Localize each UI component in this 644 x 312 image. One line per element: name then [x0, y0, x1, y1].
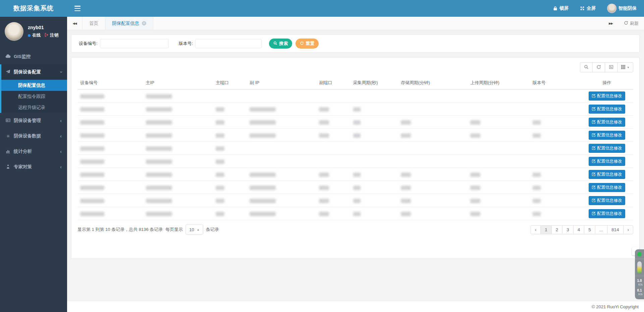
fullscreen-button[interactable]: 全屏	[580, 5, 596, 11]
edit-config-button[interactable]: 配置信息修改	[589, 183, 625, 192]
toolbar-columns-button[interactable]: ▼	[617, 62, 633, 72]
page-next-button[interactable]: ›	[623, 225, 634, 234]
search-button[interactable]: 搜索	[269, 39, 292, 49]
table-cell-redacted	[530, 207, 581, 220]
lock-icon	[553, 6, 557, 11]
table-cell-redacted	[468, 194, 530, 207]
redacted-value	[401, 173, 411, 177]
table-cell-redacted	[468, 129, 530, 142]
table-cell-redacted	[247, 142, 316, 155]
sidebar-item-remote-upgrade[interactable]: 远程升级记录	[1, 102, 67, 113]
edit-config-button[interactable]: 配置信息修改	[589, 209, 625, 218]
list-icon: ≡	[5, 134, 11, 138]
table-cell-redacted	[143, 89, 213, 103]
page-size-select[interactable]: 10 ▲	[185, 225, 203, 235]
chevron-left-icon: ‹	[60, 164, 62, 170]
sidebar-item-device-manage[interactable]: 阴保设备管理 ‹	[0, 113, 67, 128]
lock-screen-button[interactable]: 锁屏	[553, 5, 569, 11]
tab-refresh-button[interactable]: 刷新	[619, 17, 644, 30]
table-cell-redacted	[77, 168, 143, 181]
table-cell-redacted	[213, 181, 247, 194]
sidebar-item-device-config[interactable]: 阴保设备配置 ‹	[1, 64, 67, 80]
table-cell-redacted	[398, 181, 468, 194]
tab-home[interactable]: 首页	[83, 17, 105, 30]
edit-config-button[interactable]: 配置信息修改	[589, 118, 625, 127]
edit-config-button[interactable]: 配置信息修改	[589, 105, 625, 114]
table-cell-redacted	[247, 89, 316, 103]
redacted-value	[353, 107, 361, 112]
toolbar-card-view-button[interactable]	[605, 62, 618, 72]
sidebar-toggle-icon[interactable]	[73, 5, 82, 12]
toolbar-search-button[interactable]	[580, 62, 593, 72]
table-cell-redacted	[530, 168, 581, 181]
table-cell-redacted	[213, 207, 247, 220]
sidebar-item-expert[interactable]: 专家对策 ‹	[0, 159, 67, 175]
table-cell-redacted	[247, 181, 316, 194]
network-speed-widget[interactable]: 1.0 ↑K/s 0.1 ↓K/s	[635, 249, 644, 299]
table-cell-redacted	[530, 142, 581, 155]
tab-scroll-right-button[interactable]: ▶▶	[603, 17, 619, 30]
table-cell-redacted	[398, 207, 468, 220]
tab-config-info[interactable]: 阴保配置信息 ×	[105, 17, 153, 30]
sidebar-item-config-info[interactable]: 阴保配置信息	[1, 80, 67, 91]
close-icon[interactable]: ×	[142, 21, 146, 25]
page-prev-button[interactable]: ‹	[531, 225, 541, 234]
id-card-icon	[5, 118, 11, 124]
logout-icon	[45, 33, 49, 38]
page-button-5[interactable]: 5	[584, 225, 595, 234]
edit-config-button[interactable]: 配置信息修改	[589, 196, 625, 205]
footer: © 2021 RuoYi Copyright	[67, 301, 644, 312]
redacted-value	[401, 120, 411, 125]
table-cell-redacted	[143, 103, 213, 116]
col-actions: 操作	[581, 76, 633, 89]
table-cell-redacted	[398, 129, 468, 142]
table-cell-redacted	[247, 103, 316, 116]
table-cell-redacted	[143, 116, 213, 129]
page-button-1[interactable]: 1	[540, 225, 552, 234]
table-cell-redacted	[530, 129, 581, 142]
table-cell-redacted	[143, 142, 213, 155]
edit-config-button[interactable]: 配置信息修改	[589, 91, 625, 101]
col-storage-cycle: 存储周期(分钟)	[398, 76, 468, 89]
edit-config-button[interactable]: 配置信息修改	[589, 144, 625, 153]
edit-config-button[interactable]: 配置信息修改	[589, 170, 625, 179]
page-button-3[interactable]: 3	[562, 225, 574, 234]
redacted-value	[533, 173, 541, 177]
sidebar-item-device-data[interactable]: ≡ 阴保设备数据 ‹	[0, 128, 67, 144]
user-menu[interactable]: 智能阴保	[607, 4, 637, 13]
sidebar-item-statistics[interactable]: 统计分析 ‹	[0, 144, 67, 159]
device-number-input[interactable]	[100, 39, 169, 48]
redacted-value	[250, 186, 276, 190]
table-cell-redacted	[316, 207, 350, 220]
redacted-value	[319, 173, 329, 177]
table-cell-redacted	[143, 129, 213, 142]
table-cell-action: 配置信息修改	[581, 181, 633, 194]
table-row: 配置信息修改	[77, 129, 633, 142]
table-cell-redacted	[398, 142, 468, 155]
version-input[interactable]	[195, 39, 262, 48]
arrow-up-icon: ↑	[637, 283, 638, 287]
page-button-2[interactable]: 2	[551, 225, 563, 234]
redacted-value	[353, 212, 361, 216]
app-title: 数据采集系统	[0, 0, 67, 17]
sidebar-item-gis[interactable]: GIS监控	[0, 49, 67, 64]
redacted-value	[470, 133, 480, 138]
card-view-icon	[609, 65, 613, 70]
tab-scroll-left-button[interactable]: ◀◀	[67, 17, 83, 30]
toolbar-refresh-button[interactable]	[592, 62, 605, 72]
edit-config-button[interactable]: 配置信息修改	[589, 131, 625, 140]
edit-config-button[interactable]: 配置信息修改	[589, 157, 625, 166]
user-avatar-large[interactable]	[5, 22, 23, 41]
redacted-value	[146, 107, 172, 112]
page-button-4[interactable]: 4	[573, 225, 585, 234]
logout-link[interactable]: 注销	[45, 33, 58, 38]
page-button-814[interactable]: 814	[607, 225, 624, 234]
table-cell-redacted	[316, 129, 350, 142]
reset-button[interactable]: 重置	[296, 39, 319, 49]
sidebar-item-command-trace[interactable]: 配置指令跟踪	[1, 91, 67, 102]
redacted-value	[319, 186, 329, 190]
refresh-icon	[596, 65, 601, 70]
table-cell-redacted	[316, 168, 350, 181]
page-ellipsis[interactable]: ...	[595, 225, 607, 234]
col-upload-cycle: 上传周期(分钟)	[468, 76, 530, 89]
